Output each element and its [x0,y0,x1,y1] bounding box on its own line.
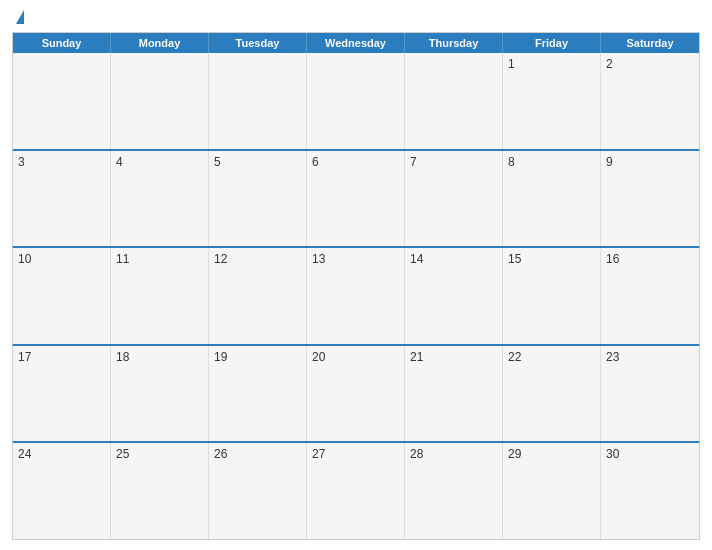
calendar-week-4: 17181920212223 [13,344,699,442]
calendar-cell [13,53,111,149]
calendar-cell [405,53,503,149]
day-number: 9 [606,155,694,169]
header-day-monday: Monday [111,33,209,53]
day-number: 22 [508,350,595,364]
day-number: 20 [312,350,399,364]
day-number: 8 [508,155,595,169]
day-number: 6 [312,155,399,169]
day-number: 21 [410,350,497,364]
calendar-cell: 22 [503,346,601,442]
calendar-cell: 29 [503,443,601,539]
calendar-cell: 6 [307,151,405,247]
day-number: 3 [18,155,105,169]
calendar-cell: 13 [307,248,405,344]
day-number: 2 [606,57,694,71]
calendar-week-1: 12 [13,53,699,149]
calendar-cell: 9 [601,151,699,247]
calendar-cell: 12 [209,248,307,344]
calendar-page: SundayMondayTuesdayWednesdayThursdayFrid… [0,0,712,550]
day-number: 30 [606,447,694,461]
calendar-cell [307,53,405,149]
calendar-cell: 20 [307,346,405,442]
day-number: 7 [410,155,497,169]
calendar-header: SundayMondayTuesdayWednesdayThursdayFrid… [13,33,699,53]
day-number: 4 [116,155,203,169]
calendar-cell: 14 [405,248,503,344]
day-number: 25 [116,447,203,461]
logo [14,10,25,24]
calendar-cell: 23 [601,346,699,442]
day-number: 5 [214,155,301,169]
day-number: 29 [508,447,595,461]
calendar-cell: 25 [111,443,209,539]
day-number: 24 [18,447,105,461]
header-day-wednesday: Wednesday [307,33,405,53]
calendar-cell [209,53,307,149]
calendar-cell: 28 [405,443,503,539]
calendar-cell: 21 [405,346,503,442]
logo-triangle-icon [16,10,24,24]
page-header [12,10,700,24]
calendar-cell: 18 [111,346,209,442]
day-number: 10 [18,252,105,266]
header-day-tuesday: Tuesday [209,33,307,53]
calendar-cell: 11 [111,248,209,344]
header-day-thursday: Thursday [405,33,503,53]
calendar-cell: 4 [111,151,209,247]
calendar-cell: 19 [209,346,307,442]
day-number: 19 [214,350,301,364]
calendar: SundayMondayTuesdayWednesdayThursdayFrid… [12,32,700,540]
calendar-cell: 7 [405,151,503,247]
calendar-cell: 26 [209,443,307,539]
day-number: 27 [312,447,399,461]
header-day-sunday: Sunday [13,33,111,53]
calendar-cell: 10 [13,248,111,344]
calendar-week-2: 3456789 [13,149,699,247]
day-number: 16 [606,252,694,266]
calendar-cell: 1 [503,53,601,149]
calendar-cell: 5 [209,151,307,247]
header-day-saturday: Saturday [601,33,699,53]
day-number: 28 [410,447,497,461]
day-number: 1 [508,57,595,71]
day-number: 23 [606,350,694,364]
day-number: 11 [116,252,203,266]
calendar-cell: 30 [601,443,699,539]
calendar-cell: 8 [503,151,601,247]
day-number: 13 [312,252,399,266]
calendar-body: 1234567891011121314151617181920212223242… [13,53,699,539]
calendar-week-3: 10111213141516 [13,246,699,344]
calendar-cell [111,53,209,149]
day-number: 18 [116,350,203,364]
day-number: 15 [508,252,595,266]
calendar-cell: 16 [601,248,699,344]
day-number: 17 [18,350,105,364]
day-number: 26 [214,447,301,461]
calendar-cell: 24 [13,443,111,539]
day-number: 12 [214,252,301,266]
calendar-cell: 2 [601,53,699,149]
calendar-cell: 17 [13,346,111,442]
calendar-cell: 27 [307,443,405,539]
calendar-cell: 3 [13,151,111,247]
calendar-week-5: 24252627282930 [13,441,699,539]
day-number: 14 [410,252,497,266]
header-day-friday: Friday [503,33,601,53]
calendar-cell: 15 [503,248,601,344]
